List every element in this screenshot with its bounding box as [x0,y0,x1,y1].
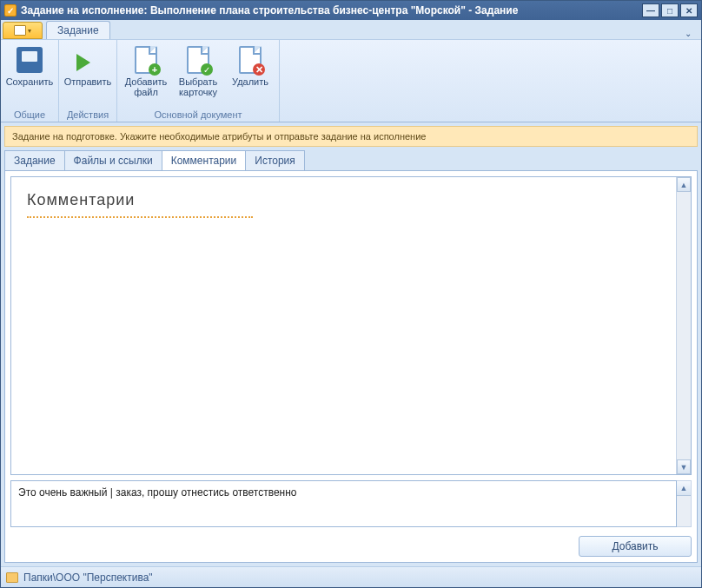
app-menu-button[interactable]: ▾ [3,22,43,39]
dropdown-icon: ▾ [28,27,31,35]
ribbon-tabstrip: ▾ Задание ⌄ [1,20,701,39]
send-button[interactable]: Отправить [63,42,113,91]
heading-underline [27,215,253,218]
task-icon: ✓ [4,4,17,17]
tab-history[interactable]: История [245,150,305,170]
tab-task[interactable]: Задание [4,150,65,170]
save-button[interactable]: Сохранить [4,42,55,91]
app-window: ✓ Задание на исполнение: Выполнение план… [0,0,702,588]
add-comment-button[interactable]: Добавить [579,536,692,557]
send-icon [75,47,101,73]
select-card-icon: ✓ [187,46,209,74]
select-card-button[interactable]: ✓ Выбрать карточку [173,42,223,102]
comment-input-row: Это очень важный | заказ, прошу отнестис… [10,480,692,527]
ribbon-tab-task[interactable]: Задание [46,21,110,39]
group-label-actions: Действия [63,108,113,122]
comments-scrollbar[interactable]: ▲ ▼ [676,177,691,474]
maximize-button[interactable]: □ [661,3,679,17]
save-label: Сохранить [6,76,54,87]
group-label-common: Общие [4,108,55,122]
comments-viewport: Комментарии ▲ ▼ [11,177,691,474]
comment-input[interactable]: Это очень важный | заказ, прошу отнестис… [10,480,677,527]
statusbar: Папки\ООО "Перспектива" [1,566,701,587]
send-label: Отправить [64,76,112,87]
scroll-up-icon[interactable]: ▲ [677,177,691,192]
add-file-icon: + [135,46,157,74]
book-icon [14,25,26,36]
select-card-label: Выбрать карточку [179,76,217,97]
input-scrollbar[interactable]: ▲ [677,480,692,527]
ribbon: Сохранить Общие Отправить Действия + Доб… [1,39,701,122]
tab-files[interactable]: Файлы и ссылки [64,150,162,170]
folder-icon [6,572,18,583]
add-file-button[interactable]: + Добавить файл [121,42,171,102]
comments-panel: Комментарии ▲ ▼ [10,176,692,475]
ribbon-collapse-button[interactable]: ⌄ [680,27,696,39]
comments-heading: Комментарии [27,191,675,209]
document-tabs: Задание Файлы и ссылки Комментарии Истор… [1,150,701,170]
add-file-label: Добавить файл [125,76,168,97]
scroll-down-icon[interactable]: ▼ [677,459,691,474]
delete-icon: ✕ [239,46,262,74]
content-area: Комментарии ▲ ▼ Это очень важный | заказ… [4,170,698,563]
info-bar: Задание на подготовке. Укажите необходим… [4,126,698,147]
scroll-up-icon[interactable]: ▲ [677,481,691,496]
titlebar: ✓ Задание на исполнение: Выполнение план… [1,1,701,20]
status-path[interactable]: Папки\ООО "Перспектива" [23,571,153,584]
ribbon-group-maindoc: + Добавить файл ✓ Выбрать карточку ✕ Уда… [117,40,280,122]
comment-actions: Добавить [5,532,697,562]
save-icon [17,47,43,73]
tab-comments[interactable]: Комментарии [162,150,247,170]
add-comment-label: Добавить [612,540,658,552]
ribbon-group-actions: Отправить Действия [59,40,117,122]
minimize-button[interactable]: — [642,3,659,17]
close-button[interactable]: ✕ [680,3,698,17]
ribbon-group-common: Сохранить Общие [1,40,59,122]
group-label-maindoc: Основной документ [121,108,275,122]
delete-label: Удалить [232,76,268,87]
window-title: Задание на исполнение: Выполнение плана … [21,4,640,17]
delete-button[interactable]: ✕ Удалить [225,42,275,91]
